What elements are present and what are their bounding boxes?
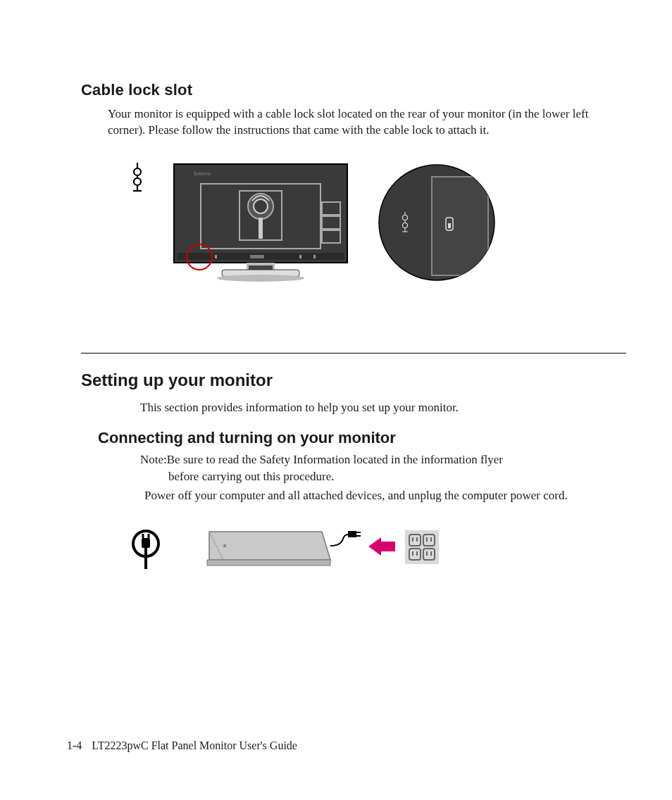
power-plug-icon [130,528,161,570]
unplug-illustration [204,525,443,574]
svg-point-11 [254,199,268,213]
footer-title: LT2223pwC Flat Panel Monitor User's Guid… [92,739,297,751]
section-divider [81,353,626,354]
figure-row-cable-lock: lenovo [81,163,626,289]
svg-rect-17 [215,255,217,258]
page-number: 1-4 [67,739,82,751]
monitor-rear-illustration: lenovo [173,163,349,289]
power-off-text: Power off your computer and all attached… [81,487,626,505]
svg-rect-38 [142,538,150,548]
svg-rect-20 [313,255,316,258]
svg-rect-18 [250,255,264,258]
page-footer: 1-4 LT2223pwC Flat Panel Monitor User's … [67,739,297,752]
heading-connecting: Connecting and turning on your monitor [98,429,626,447]
svg-rect-19 [299,255,301,258]
svg-marker-42 [209,532,330,560]
svg-marker-43 [207,560,330,565]
svg-rect-28 [432,177,488,275]
note-line2: before carrying out this procedure. [140,468,612,486]
svg-point-3 [134,178,141,185]
paragraph-cable-lock: Your monitor is equipped with a cable lo… [81,106,626,139]
svg-rect-49 [381,542,395,551]
cable-lock-icon [130,163,144,195]
note-line1: Be sure to read the Safety Information l… [167,453,503,466]
paragraph-setting-up-intro: This section provides information to hel… [81,400,626,416]
svg-rect-30 [448,223,451,228]
svg-rect-23 [249,265,273,270]
svg-rect-46 [348,531,356,537]
svg-point-45 [223,544,226,547]
heading-setting-up: Setting up your monitor [81,370,626,390]
figure-row-power [81,525,626,574]
svg-point-1 [134,168,141,175]
svg-rect-12 [259,218,263,239]
note-block: Note:Be sure to read the Safety Informat… [81,451,626,486]
note-label: Note: [140,453,167,466]
svg-marker-50 [368,537,381,556]
cable-lock-detail-illustration [377,163,497,282]
heading-cable-lock-slot: Cable lock slot [81,81,626,99]
svg-point-25 [217,275,304,282]
svg-text:lenovo: lenovo [194,170,211,177]
